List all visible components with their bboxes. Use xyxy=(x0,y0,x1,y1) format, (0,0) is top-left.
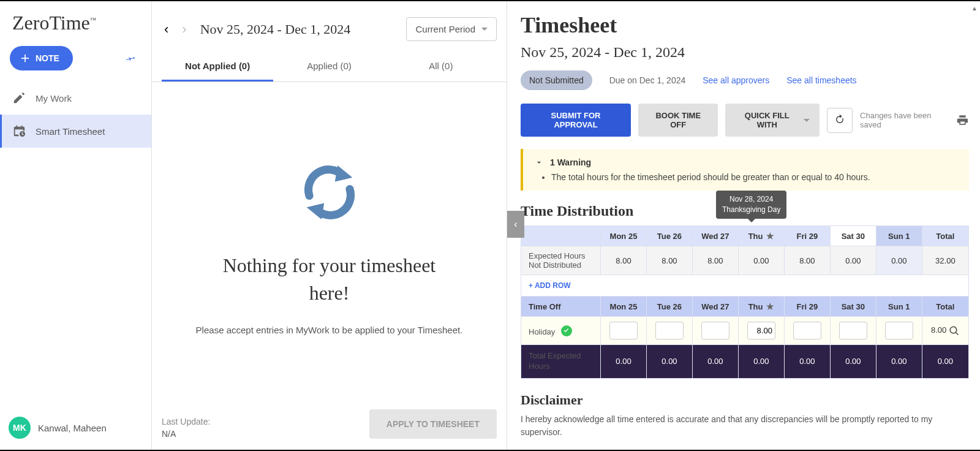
day-header: Fri 29 xyxy=(784,297,830,317)
scrollbar[interactable]: ▲ xyxy=(970,5,979,446)
warning-box: 1 Warning The total hours for the timesh… xyxy=(521,149,969,191)
day-header: Mon 25 xyxy=(601,226,647,246)
period-select-label: Current Period xyxy=(415,24,475,34)
status-row: Not Submitted Due on Dec 1, 2024 See all… xyxy=(521,70,969,90)
logo-tm: ™ xyxy=(90,17,96,23)
cell: 8.00 xyxy=(601,246,647,275)
add-row-link[interactable]: + ADD ROW xyxy=(521,275,968,296)
hours-cell xyxy=(876,317,922,345)
quick-fill-label: QUICK FILL WITH xyxy=(735,111,799,129)
warning-item: The total hours for the timesheet period… xyxy=(551,172,958,182)
user-name: Kanwal, Maheen xyxy=(38,423,107,433)
pin-button[interactable] xyxy=(122,48,140,69)
hours-input-wed[interactable] xyxy=(701,322,729,339)
last-update-label: Last Update: xyxy=(162,417,210,426)
tab-label: All (0) xyxy=(429,61,453,71)
logo-text: ZeroTime xyxy=(12,12,90,34)
add-row: + ADD ROW xyxy=(521,275,969,297)
hours-input-fri[interactable] xyxy=(793,322,821,339)
book-time-off-button[interactable]: BOOK TIME OFF xyxy=(638,104,718,137)
refresh-button[interactable] xyxy=(827,108,853,133)
chevron-down-icon xyxy=(481,28,488,31)
total-expected-row: Total Expected Hours 0.00 0.00 0.00 0.00… xyxy=(521,345,969,379)
cell: 0.00 xyxy=(738,246,784,275)
hours-cell xyxy=(830,317,876,345)
hours-input-sat[interactable] xyxy=(839,322,867,339)
empty-state: Nothing for your timesheet here! Please … xyxy=(152,82,507,400)
svg-marker-0 xyxy=(334,165,352,181)
refresh-icon xyxy=(834,114,845,125)
prev-period-button[interactable]: ‹ xyxy=(160,20,172,39)
tooltip-date: Nov 28, 2024 xyxy=(722,194,780,205)
app-logo: ZeroTime™ xyxy=(0,12,151,46)
day-header: Sun 1 xyxy=(876,226,922,246)
scroll-up-icon: ▲ xyxy=(971,5,978,12)
period-nav: ‹ › Nov 25, 2024 - Dec 1, 2024 xyxy=(160,20,350,39)
total-expected-label: Total Expected Hours xyxy=(521,345,601,379)
hours-cell xyxy=(784,317,830,345)
nav-item-smart-timesheet[interactable]: Smart Timesheet xyxy=(0,115,151,148)
day-header-thu: Thu ★ xyxy=(738,297,784,317)
collapse-handle[interactable]: ‹ xyxy=(507,211,524,238)
calendar-clock-icon xyxy=(12,124,26,138)
cell: 0.00 xyxy=(830,345,876,379)
last-update-value: N/A xyxy=(162,429,210,439)
cell: 0.00 xyxy=(601,345,647,379)
holiday-row: Holiday 8.00 xyxy=(521,317,969,345)
edit-note-icon xyxy=(12,91,26,105)
cell: 0.00 xyxy=(784,345,830,379)
timesheets-link[interactable]: See all timesheets xyxy=(786,75,856,85)
warning-header[interactable]: 1 Warning xyxy=(534,157,958,167)
hours-input-tue[interactable] xyxy=(655,322,684,339)
period-title: Nov 25, 2024 - Dec 1, 2024 xyxy=(200,21,351,37)
empty-title: Nothing for your timesheet here! xyxy=(201,252,458,307)
disclaimer-title: Disclaimer xyxy=(521,392,969,408)
apply-to-timesheet-button[interactable]: APPLY TO TIMESHEET xyxy=(369,409,497,439)
hours-total: 8.00 xyxy=(922,317,968,345)
cell: 0.00 xyxy=(692,345,738,379)
svg-marker-1 xyxy=(306,203,324,219)
tab-applied[interactable]: Applied (0) xyxy=(273,52,385,81)
hours-input-thu[interactable] xyxy=(747,322,775,339)
day-label: Thu xyxy=(748,302,763,311)
tab-label: Not Applied (0) xyxy=(185,61,250,71)
disclaimer-text: I hereby acknowledge all time entered is… xyxy=(521,413,969,439)
saved-text: Changes have been saved xyxy=(860,111,950,129)
day-header-thu: Thu ★ xyxy=(738,226,784,246)
cell: 0.00 xyxy=(830,246,876,275)
nav-item-my-work[interactable]: My Work xyxy=(0,81,151,115)
period-select[interactable]: Current Period xyxy=(406,17,497,41)
holiday-tooltip: Nov 28, 2024 Thanksgiving Day xyxy=(716,191,786,219)
note-button[interactable]: NOTE xyxy=(10,46,73,70)
hours-input-mon[interactable] xyxy=(609,322,638,339)
avatar[interactable]: MK xyxy=(9,417,31,439)
day-header: Wed 27 xyxy=(692,226,738,246)
sidebar-top-row: NOTE xyxy=(0,46,151,81)
day-header: Fri 29 xyxy=(784,226,830,246)
hours-input-sun[interactable] xyxy=(885,322,913,339)
submit-button[interactable]: SUBMIT FOR APPROVAL xyxy=(521,104,631,137)
quick-fill-button[interactable]: QUICK FILL WITH xyxy=(725,104,820,137)
cell: 0.00 xyxy=(922,345,968,379)
next-period-button[interactable]: › xyxy=(178,20,190,39)
plus-icon xyxy=(21,54,29,63)
tab-all[interactable]: All (0) xyxy=(385,52,497,81)
print-icon[interactable] xyxy=(956,113,969,127)
cell: 0.00 xyxy=(646,345,692,379)
cell: 32.00 xyxy=(922,246,968,275)
expected-row: Expected Hours Not Distributed 8.00 8.00… xyxy=(521,246,969,275)
holiday-label: Holiday xyxy=(529,327,555,336)
check-icon xyxy=(561,325,572,336)
timesheet-subtitle: Nov 25, 2024 - Dec 1, 2024 xyxy=(521,44,969,61)
tab-not-applied[interactable]: Not Applied (0) xyxy=(162,52,273,81)
middle-tabs: Not Applied (0) Applied (0) All (0) xyxy=(152,52,507,82)
note-button-label: NOTE xyxy=(36,53,59,63)
nav-label: My Work xyxy=(36,93,72,104)
hours-cell xyxy=(738,317,784,345)
hours-cell xyxy=(646,317,692,345)
chevron-down-icon xyxy=(804,119,810,122)
warning-count: 1 Warning xyxy=(550,157,591,167)
search-icon[interactable] xyxy=(949,325,960,335)
approvers-link[interactable]: See all approvers xyxy=(703,75,769,85)
book-label: BOOK TIME OFF xyxy=(648,111,708,129)
